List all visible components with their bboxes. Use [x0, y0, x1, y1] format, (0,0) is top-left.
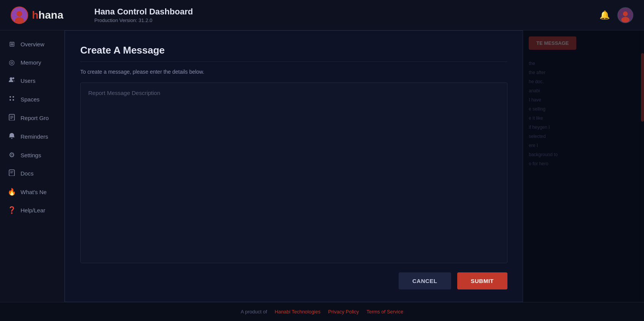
sidebar-item-help[interactable]: ❓ Help/Lear: [0, 201, 64, 219]
header-title-block: Hana Control Dashboard Production Versio…: [94, 7, 193, 23]
footer-privacy-link[interactable]: Privacy Policy: [328, 309, 359, 315]
users-icon: [8, 76, 16, 85]
sidebar-label-overview: Overview: [21, 41, 45, 47]
brand-name: hhana: [32, 9, 63, 21]
content-area: TE MESSAGE the the after he doc. anabi I…: [65, 30, 644, 302]
modal-overlay: Create A Message To create a message, pl…: [65, 30, 644, 302]
sidebar-label-docs: Docs: [21, 170, 33, 177]
svg-point-11: [13, 99, 14, 101]
header-subtitle: Production Version: 31.2.0: [94, 17, 193, 23]
header-left: hhana Hana Control Dashboard Production …: [11, 6, 193, 24]
sidebar-item-spaces[interactable]: Spaces: [0, 90, 64, 109]
sidebar-item-docs[interactable]: Docs: [0, 164, 64, 183]
page-footer: A product of Hanabi Technologies Privacy…: [0, 302, 644, 321]
docs-icon: [8, 169, 16, 178]
cancel-button[interactable]: CANCEL: [399, 272, 451, 289]
sidebar-item-whats-new[interactable]: 🔥 What's Ne: [0, 183, 64, 201]
sidebar-label-spaces: Spaces: [21, 96, 40, 103]
main-layout: ⊞ Overview ◎ Memory Users Spaces Report …: [0, 30, 644, 302]
sidebar-label-settings: Settings: [21, 152, 41, 158]
brand-h: h: [32, 9, 38, 21]
avatar-logo: [11, 6, 28, 24]
sidebar-item-reminders[interactable]: Reminders: [0, 127, 64, 146]
svg-point-6: [10, 77, 13, 80]
sidebar-label-help: Help/Lear: [21, 207, 45, 213]
sidebar-item-users[interactable]: Users: [0, 71, 64, 90]
modal-title: Create A Message: [80, 44, 507, 56]
svg-point-4: [623, 11, 628, 16]
footer-terms-link[interactable]: Terms of Service: [366, 309, 403, 315]
top-header: hhana Hana Control Dashboard Production …: [0, 0, 644, 30]
sidebar-item-overview[interactable]: ⊞ Overview: [0, 35, 64, 53]
sidebar-label-report-gro: Report Gro: [21, 115, 49, 121]
message-textarea[interactable]: [80, 82, 507, 263]
sidebar-item-report-gro[interactable]: Report Gro: [0, 109, 64, 127]
svg-point-9: [13, 96, 14, 98]
sidebar-item-memory[interactable]: ◎ Memory: [0, 53, 64, 71]
svg-point-8: [10, 96, 11, 98]
report-icon: [8, 114, 16, 122]
bell-button[interactable]: 🔔: [599, 10, 610, 20]
sidebar-label-reminders: Reminders: [21, 133, 48, 140]
user-avatar[interactable]: [617, 7, 633, 23]
sidebar: ⊞ Overview ◎ Memory Users Spaces Report …: [0, 30, 65, 302]
sidebar-label-memory: Memory: [21, 59, 41, 66]
logo-area: hhana: [11, 6, 87, 24]
modal-description: To create a message, please enter the de…: [80, 69, 507, 75]
sidebar-item-settings[interactable]: ⚙ Settings: [0, 146, 64, 164]
overview-icon: ⊞: [8, 40, 16, 48]
modal-divider: [80, 62, 507, 62]
sidebar-label-users: Users: [21, 77, 35, 84]
submit-button[interactable]: SUBMIT: [457, 272, 508, 289]
modal-footer: CANCEL SUBMIT: [80, 272, 507, 289]
whats-new-icon: 🔥: [8, 188, 16, 196]
help-icon: ❓: [8, 206, 16, 214]
svg-point-10: [10, 99, 11, 101]
svg-point-5: [621, 17, 630, 22]
svg-point-7: [13, 77, 14, 79]
reminders-icon: [8, 132, 16, 141]
settings-icon: ⚙: [8, 151, 16, 159]
footer-company-link[interactable]: Hanabi Technologies: [275, 309, 320, 315]
spaces-icon: [8, 95, 16, 104]
svg-point-1: [17, 11, 22, 17]
footer-product-text: A product of: [241, 309, 267, 315]
header-title: Hana Control Dashboard: [94, 7, 193, 17]
create-message-modal: Create A Message To create a message, pl…: [65, 30, 523, 302]
bell-icon: 🔔: [599, 10, 610, 20]
memory-icon: ◎: [8, 58, 16, 66]
header-right: 🔔: [599, 7, 633, 23]
sidebar-label-whats-new: What's Ne: [21, 189, 47, 195]
